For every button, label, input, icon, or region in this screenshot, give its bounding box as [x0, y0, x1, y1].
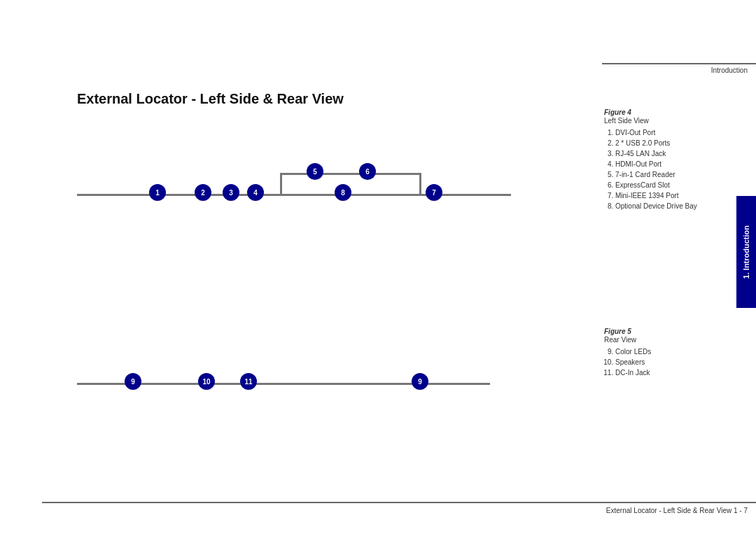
- dot-8: 8: [335, 184, 351, 201]
- dot-5: 5: [307, 163, 323, 180]
- footer-text: External Locator - Left Side & Rear View…: [606, 507, 748, 514]
- footer-bar: External Locator - Left Side & Rear View…: [42, 502, 756, 514]
- device-top-line: [280, 173, 420, 175]
- rear-diagram: 910119: [42, 343, 602, 413]
- header-section-label: Introduction: [711, 66, 748, 74]
- vert-right: [419, 173, 421, 194]
- dot-3: 3: [223, 184, 239, 201]
- figure4-list-item: Optional Device Drive Bay: [615, 201, 734, 211]
- dot-rear-10: 10: [198, 373, 215, 390]
- figure4-list: DVI-Out Port2 * USB 2.0 PortsRJ-45 LAN J…: [615, 127, 734, 211]
- dot-6: 6: [359, 163, 376, 180]
- dot-rear-9: 9: [125, 373, 141, 390]
- figure4-list-item: 2 * USB 2.0 Ports: [615, 138, 734, 148]
- vert-left: [280, 173, 282, 194]
- figure4-list-item: RJ-45 LAN Jack: [615, 148, 734, 159]
- figure5-list-item: DC-In Jack: [615, 367, 734, 378]
- dot-7: 7: [426, 184, 442, 201]
- dot-1: 1: [149, 184, 166, 201]
- dot-4: 4: [247, 184, 264, 201]
- left-side-diagram: 12345678: [42, 150, 602, 290]
- figure4-list-item: DVI-Out Port: [615, 127, 734, 138]
- dot-rear-9b: 9: [412, 373, 428, 390]
- figure4-list-item: HDMI-Out Port: [615, 159, 734, 169]
- side-tab: 1. Introduction: [736, 196, 756, 308]
- figure4-list-item: Mini-IEEE 1394 Port: [615, 190, 734, 201]
- figure5-list: Color LEDsSpeakersDC-In Jack: [615, 346, 734, 378]
- header-bar: Introduction: [602, 63, 756, 74]
- figure5-label: Figure 5: [604, 328, 734, 335]
- figure5-panel: Figure 5 Rear View Color LEDsSpeakersDC-…: [604, 328, 734, 378]
- figure4-list-item: 7-in-1 Card Reader: [615, 169, 734, 180]
- page-title: External Locator - Left Side & Rear View: [77, 91, 344, 107]
- figure4-subtitle: Left Side View: [604, 117, 734, 125]
- figure4-label: Figure 4: [604, 108, 734, 116]
- figure5-list-item: Speakers: [615, 357, 734, 367]
- dot-rear-11: 11: [240, 373, 257, 390]
- figure5-subtitle: Rear View: [604, 336, 734, 344]
- figure5-list-item: Color LEDs: [615, 346, 734, 357]
- side-tab-label: 1. Introduction: [742, 225, 750, 279]
- device-edge-line: [77, 194, 511, 196]
- figure4-list-item: ExpressCard Slot: [615, 180, 734, 190]
- figure4-panel: Figure 4 Left Side View DVI-Out Port2 * …: [604, 108, 734, 211]
- dot-2: 2: [195, 184, 211, 201]
